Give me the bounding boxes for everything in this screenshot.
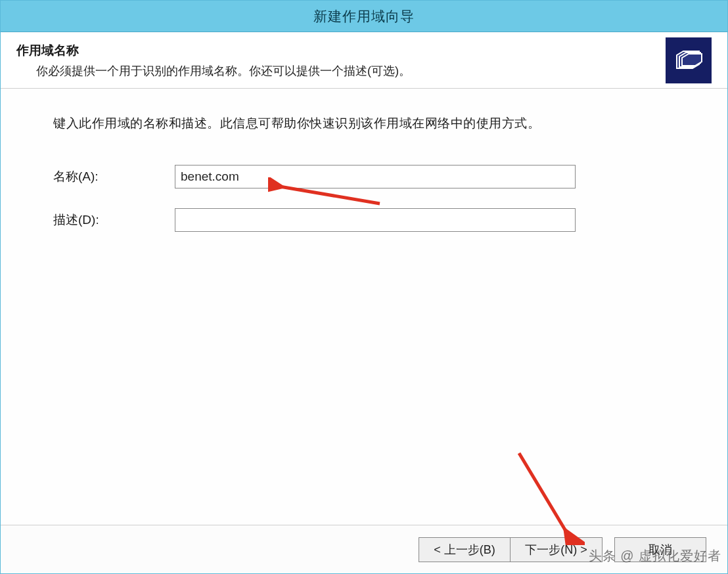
description-label: 描述(D): [53, 211, 175, 229]
nav-button-group: < 上一步(B) 下一步(N) > [419, 537, 603, 562]
header-title: 作用域名称 [16, 42, 666, 59]
next-button[interactable]: 下一步(N) > [511, 537, 603, 562]
name-label: 名称(A): [53, 168, 175, 185]
instruction-text: 键入此作用域的名称和描述。此信息可帮助你快速识别该作用域在网络中的使用方式。 [53, 115, 675, 132]
window-title: 新建作用域向导 [313, 7, 415, 26]
header-subtitle: 你必须提供一个用于识别的作用域名称。你还可以提供一个描述(可选)。 [36, 63, 666, 79]
wizard-body: 键入此作用域的名称和描述。此信息可帮助你快速识别该作用域在网络中的使用方式。 名… [1, 89, 727, 525]
header-text: 作用域名称 你必须提供一个用于识别的作用域名称。你还可以提供一个描述(可选)。 [16, 42, 666, 79]
wizard-footer: < 上一步(B) 下一步(N) > 取消 [1, 525, 727, 573]
titlebar: 新建作用域向导 [1, 1, 727, 32]
cancel-button[interactable]: 取消 [614, 537, 706, 562]
back-button[interactable]: < 上一步(B) [419, 537, 511, 562]
description-row: 描述(D): [53, 208, 675, 232]
wizard-header: 作用域名称 你必须提供一个用于识别的作用域名称。你还可以提供一个描述(可选)。 [1, 32, 727, 89]
name-row: 名称(A): [53, 165, 675, 188]
wizard-window: 新建作用域向导 作用域名称 你必须提供一个用于识别的作用域名称。你还可以提供一个… [0, 0, 728, 574]
name-input[interactable] [175, 165, 576, 188]
description-input[interactable] [175, 208, 576, 232]
folder-icon [666, 37, 712, 83]
